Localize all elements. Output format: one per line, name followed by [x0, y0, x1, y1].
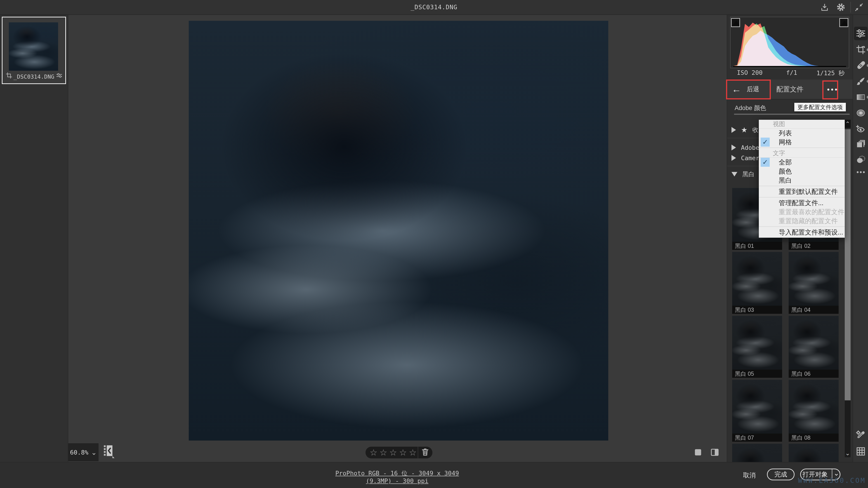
zoom-level-value: 60.8%: [70, 449, 88, 456]
menu-section-view: 视图 列表 ✓网格: [759, 120, 845, 148]
menu-header-view: 视图: [759, 120, 845, 129]
profile-amount-slider[interactable]: [734, 113, 850, 115]
zoom-level-dropdown[interactable]: 60.8% ⌄: [68, 443, 98, 461]
collapse-fullscreen-icon[interactable]: [855, 3, 864, 12]
tool-more-ellipsis[interactable]: [855, 167, 866, 177]
chevron-right-icon: [732, 127, 736, 133]
zoom-chevron-icon: ⌄: [91, 449, 97, 456]
menu-section-text: 文字 ✓全部 颜色 黑白: [759, 148, 845, 186]
menu-item-grid-view[interactable]: ✓网格: [759, 138, 845, 147]
menu-item-color[interactable]: 颜色: [759, 167, 845, 176]
star-rating-2[interactable]: ☆: [378, 447, 388, 458]
tool-edge-dot: [867, 64, 868, 67]
tools-toolbar: [852, 15, 868, 462]
profile-thumb-partial[interactable]: [789, 444, 839, 462]
menu-item-all[interactable]: ✓全部: [759, 158, 845, 167]
shutter-value: 1/125 秒: [816, 69, 845, 77]
tool-texture[interactable]: [855, 154, 866, 165]
tool-presets[interactable]: [855, 139, 866, 150]
cancel-button[interactable]: 取消: [743, 471, 756, 480]
star-rating-4[interactable]: ☆: [398, 447, 408, 458]
back-button-label: 后退: [747, 85, 759, 94]
tool-red-eye[interactable]: [855, 123, 866, 134]
filmstrip-thumbnail-image: [9, 22, 58, 71]
iso-value: ISO 200: [737, 69, 763, 76]
chevron-right-icon: [732, 155, 736, 161]
profile-thumb-bw06[interactable]: 黑白 06: [789, 316, 839, 378]
tool-edge-dot: [867, 80, 868, 83]
tool-grid-overlay[interactable]: [855, 446, 866, 457]
back-arrow-icon: ←: [732, 79, 741, 99]
histogram[interactable]: [730, 17, 849, 68]
current-profile-name: Adobe 颜色: [735, 104, 766, 112]
single-view-icon[interactable]: [693, 447, 703, 457]
profile-thumb-bw05[interactable]: 黑白 05: [732, 316, 782, 378]
menu-item-reset-favorite-profiles: 重置最喜欢的配置文件: [759, 207, 845, 217]
more-profile-options-tooltip: 更多配置文件选项: [794, 103, 846, 111]
tool-edge-dot: [867, 96, 868, 98]
profile-thumb-partial[interactable]: [732, 444, 782, 462]
menu-section-import: 导入配置文件和预设...: [759, 226, 845, 238]
checkmark-icon: ✓: [761, 158, 770, 167]
menu-section-reset: 重置到默认配置文件: [759, 186, 845, 197]
scroll-down-button[interactable]: ⌄: [845, 449, 850, 457]
filmstrip-thumbnail-selected[interactable]: _DSC0314.DNG: [2, 17, 66, 84]
main-photo[interactable]: [189, 21, 608, 441]
scrollbar-thumb[interactable]: [845, 129, 850, 400]
aperture-value: f/1: [786, 69, 797, 76]
watermark: WWW.EA360.COM: [769, 477, 866, 484]
back-button[interactable]: ← 后退: [732, 79, 759, 99]
profile-thumb-bw04[interactable]: 黑白 04: [789, 252, 839, 314]
checkmark-icon: ✓: [761, 138, 770, 147]
profile-thumb-bw08[interactable]: 黑白 08: [789, 380, 839, 442]
profile-thumb-bw07[interactable]: 黑白 07: [732, 380, 782, 442]
profile-options-menu: 视图 列表 ✓网格 文字 ✓全部 颜色 黑白 重置到默认配置文件 管理配置文件.…: [759, 120, 845, 238]
ellipsis-icon: [827, 89, 829, 91]
tool-edit-sliders[interactable]: [854, 27, 868, 40]
filmstrip-toggle-icon[interactable]: [102, 445, 115, 458]
edit-panel: ISO 200 f/1 1/125 秒 配置文件 ← 后退 Adobe 颜色 更…: [727, 15, 852, 462]
profile-more-options-button[interactable]: [824, 85, 840, 94]
open-options-chevron-icon[interactable]: ⌄: [832, 469, 840, 477]
chevron-down-icon: [732, 172, 737, 176]
tool-linear-gradient[interactable]: [855, 92, 866, 103]
tool-radial-gradient[interactable]: [855, 107, 866, 119]
menu-item-list-view[interactable]: 列表: [759, 129, 845, 138]
scrollbar-track[interactable]: [845, 400, 850, 449]
tool-healing[interactable]: [855, 60, 866, 71]
histogram-chart: [733, 20, 846, 67]
menu-header-text: 文字: [759, 149, 845, 158]
bottom-status-bar: ProPhoto RGB - 16 位 - 3049 x 3049 (9.3MP…: [0, 462, 868, 488]
profile-header-bar: 配置文件 ← 后退: [727, 79, 852, 99]
save-image-icon[interactable]: [820, 3, 829, 12]
menu-item-reset-hidden-profiles: 重置隐藏的配置文件: [759, 217, 845, 225]
filmstrip-panel: _DSC0314.DNG: [0, 15, 68, 462]
settings-badge-icon: [56, 72, 63, 79]
menu-item-manage-profiles[interactable]: 管理配置文件...: [759, 198, 845, 207]
rating-toolbar: ☆ ☆ ☆ ☆ ☆: [366, 447, 432, 458]
scroll-up-button[interactable]: ⌃: [845, 120, 850, 128]
tool-crop-rotate[interactable]: [855, 44, 866, 55]
before-after-view-icon[interactable]: [710, 447, 720, 457]
chevron-right-icon: [732, 144, 736, 151]
delete-trash-icon[interactable]: [418, 448, 432, 457]
camera-raw-window: _DSC0314.DNG _DSC0314.DNG 60.8%: [0, 0, 868, 488]
favorites-star-icon: ★: [741, 126, 747, 133]
menu-section-manage: 管理配置文件... 重置最喜欢的配置文件 重置隐藏的配置文件: [759, 197, 845, 226]
title-bar: _DSC0314.DNG: [0, 0, 868, 15]
exif-info-row: ISO 200 f/1 1/125 秒: [730, 69, 849, 79]
profile-thumb-bw03[interactable]: 黑白 03: [732, 252, 782, 314]
menu-item-bw[interactable]: 黑白: [759, 176, 845, 185]
image-canvas: 60.8% ⌄ ☆ ☆ ☆ ☆ ☆: [68, 15, 727, 462]
tool-edge-dot: [867, 48, 868, 51]
preferences-gear-icon[interactable]: [836, 3, 845, 12]
menu-item-import-profiles-presets[interactable]: 导入配置文件和预设...: [759, 228, 845, 237]
tool-white-balance-eyedropper[interactable]: [855, 430, 866, 441]
titlebar-divider: [850, 2, 851, 13]
star-rating-5[interactable]: ☆: [408, 447, 417, 458]
star-rating-3[interactable]: ☆: [388, 447, 398, 458]
workflow-options-link[interactable]: ProPhoto RGB - 16 位 - 3049 x 3049 (9.3MP…: [325, 469, 469, 484]
menu-item-reset-default-profile[interactable]: 重置到默认配置文件: [759, 187, 845, 196]
star-rating-1[interactable]: ☆: [369, 447, 378, 458]
tool-brush[interactable]: [855, 76, 866, 87]
